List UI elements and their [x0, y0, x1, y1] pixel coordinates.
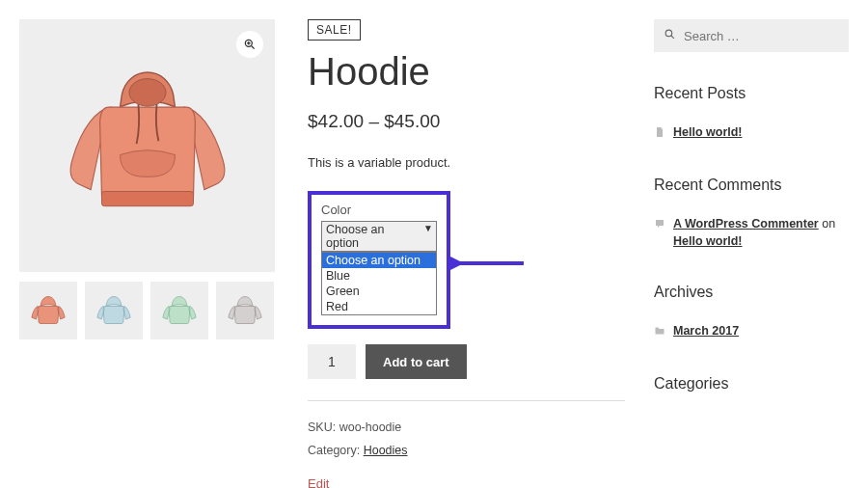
svg-line-3: [252, 46, 255, 49]
recent-post-link[interactable]: Hello world!: [673, 123, 743, 142]
quantity-input[interactable]: 1: [308, 344, 356, 379]
product-image: [56, 49, 239, 242]
document-icon: [654, 124, 665, 144]
color-option[interactable]: Blue: [322, 268, 436, 284]
sale-badge: SALE!: [308, 19, 361, 41]
archives-title: Archives: [654, 284, 849, 301]
recent-posts-widget: Recent Posts Hello world!: [654, 85, 849, 144]
category-link[interactable]: Hoodies: [364, 444, 408, 457]
svg-line-8: [671, 36, 674, 39]
sku-label: SKU:: [308, 420, 339, 434]
product-meta: SKU: woo-hoodie Category: Hoodies: [308, 400, 625, 463]
product-description: This is a variable product.: [308, 155, 625, 170]
comment-on-text: on: [819, 217, 835, 230]
folder-icon: [654, 323, 665, 342]
product-price: $42.00 – $45.00: [308, 111, 625, 132]
product-title: Hoodie: [308, 50, 625, 94]
color-option[interactable]: Red: [322, 299, 436, 314]
svg-point-7: [665, 30, 672, 37]
add-to-cart-button[interactable]: Add to cart: [366, 344, 467, 379]
product-thumbnails: [19, 282, 275, 339]
variation-label: Color: [321, 203, 437, 217]
svg-rect-5: [101, 192, 193, 206]
category-label: Category:: [308, 444, 364, 457]
color-dropdown[interactable]: Choose an option Blue Green Red: [321, 252, 437, 315]
thumbnail[interactable]: [216, 282, 274, 339]
archive-link[interactable]: March 2017: [673, 322, 739, 340]
categories-title: Categories: [654, 375, 849, 393]
product-main-image[interactable]: [19, 19, 275, 272]
comment-post-link[interactable]: Hello world!: [673, 234, 743, 248]
comment-icon: [654, 216, 665, 235]
zoom-icon[interactable]: [236, 31, 263, 58]
thumbnail[interactable]: [19, 282, 77, 339]
thumbnail[interactable]: [150, 282, 208, 339]
product-gallery: [19, 19, 275, 488]
search-input[interactable]: [684, 29, 839, 43]
svg-point-4: [129, 79, 166, 107]
sidebar: Recent Posts Hello world! Recent Comment…: [654, 19, 849, 488]
color-option[interactable]: Choose an option: [322, 253, 436, 268]
archives-widget: Archives March 2017: [654, 284, 849, 342]
search-icon: [664, 28, 676, 43]
edit-link[interactable]: Edit: [308, 476, 329, 489]
color-select[interactable]: Choose an option: [321, 221, 437, 252]
recent-comments-title: Recent Comments: [654, 176, 849, 194]
recent-comments-widget: Recent Comments A WordPress Commenter on…: [654, 176, 849, 252]
sku-value: woo-hoodie: [339, 420, 402, 434]
search-box[interactable]: [654, 19, 849, 52]
variation-highlight-box: Color Choose an option Choose an option …: [308, 191, 450, 329]
product-summary: SALE! Hoodie $42.00 – $45.00 This is a v…: [275, 19, 654, 488]
color-option[interactable]: Green: [322, 284, 436, 299]
recent-posts-title: Recent Posts: [654, 85, 849, 102]
comment-author-link[interactable]: A WordPress Commenter: [673, 217, 819, 230]
categories-widget: Categories: [654, 375, 849, 393]
thumbnail[interactable]: [85, 282, 143, 339]
